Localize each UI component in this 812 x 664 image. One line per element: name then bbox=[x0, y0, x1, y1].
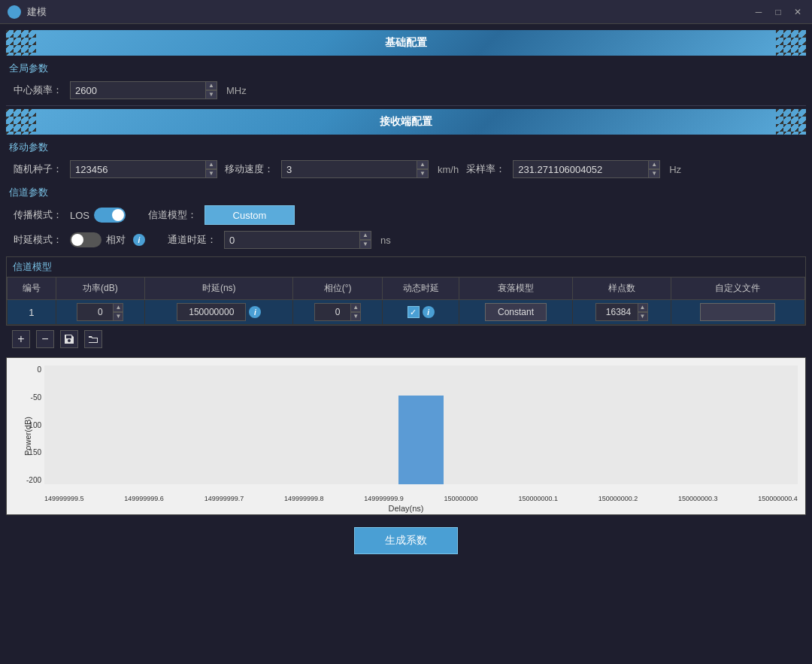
center-freq-unit: MHz bbox=[226, 85, 247, 96]
channel-delay-spinbox[interactable]: 0 bbox=[224, 231, 371, 249]
delay-input[interactable] bbox=[177, 307, 245, 317]
center-freq-input[interactable]: 2600 bbox=[75, 85, 201, 96]
y-label-3: -150 bbox=[26, 448, 41, 456]
cell-custom-file bbox=[671, 300, 804, 325]
delay-toggle-knob bbox=[71, 234, 83, 246]
delay-mode-toggle-container: 相对 bbox=[70, 232, 126, 247]
main-content: 基础配置 全局参数 中心频率： 2600 ▲ ▼ MHz 接收端配置 移动参数 … bbox=[0, 24, 812, 664]
seed-down-arrow[interactable]: ▼ bbox=[205, 169, 217, 178]
minimize-button[interactable]: ─ bbox=[752, 5, 765, 19]
generate-btn-container: 生成系数 bbox=[6, 520, 806, 562]
col-dynamic-delay: 动态时延 bbox=[382, 277, 459, 300]
speed-label: 移动速度： bbox=[225, 162, 274, 176]
sample-count-input[interactable] bbox=[596, 307, 641, 317]
cell-fading-model: Constant bbox=[459, 300, 572, 325]
app-icon bbox=[8, 5, 21, 19]
fading-model-button[interactable]: Constant bbox=[485, 303, 547, 321]
col-power: 功率(dB) bbox=[56, 277, 144, 300]
close-button[interactable]: ✕ bbox=[791, 5, 804, 19]
channel-model-section-title: 信道模型 bbox=[7, 257, 805, 277]
col-custom-file: 自定义文件 bbox=[671, 277, 804, 300]
global-params-row: 中心频率： 2600 ▲ ▼ MHz bbox=[6, 78, 806, 102]
phase-down-arrow[interactable]: ▼ bbox=[350, 312, 361, 321]
sample-count-down-arrow[interactable]: ▼ bbox=[638, 312, 648, 321]
phase-up-arrow[interactable]: ▲ bbox=[350, 303, 361, 312]
speed-up-arrow[interactable]: ▲ bbox=[417, 160, 429, 169]
sample-rate-spinbox[interactable]: 231.271106004052 bbox=[513, 160, 660, 178]
center-freq-up-arrow[interactable]: ▲ bbox=[205, 81, 217, 90]
open-button[interactable] bbox=[84, 330, 102, 348]
x-label-6: 150000000.1 bbox=[518, 495, 558, 502]
table-header-row: 编号 功率(dB) 时延(ns) 相位(°) 动态时延 衰落模型 样点数 自定义… bbox=[8, 277, 805, 300]
speed-arrows: ▲ ▼ bbox=[417, 160, 429, 178]
x-label-3: 149999999.8 bbox=[284, 495, 324, 502]
speed-down-arrow[interactable]: ▼ bbox=[417, 169, 429, 178]
sample-rate-up-arrow[interactable]: ▲ bbox=[648, 160, 660, 169]
delay-spinbox[interactable] bbox=[177, 303, 246, 321]
sample-count-arrows: ▲ ▼ bbox=[638, 303, 648, 321]
save-button[interactable] bbox=[60, 330, 78, 348]
sample-rate-down-arrow[interactable]: ▼ bbox=[648, 169, 660, 178]
center-freq-arrows: ▲ ▼ bbox=[205, 81, 217, 99]
seed-label: 随机种子： bbox=[14, 162, 62, 176]
channel-params-label: 信道参数 bbox=[9, 186, 806, 199]
center-freq-spinbox[interactable]: 2600 bbox=[70, 81, 217, 99]
channel-params-row1: 传播模式： LOS 信道模型： Custom bbox=[6, 202, 806, 228]
seed-input[interactable]: 123456 bbox=[75, 164, 201, 175]
chart-x-axis: 149999999.5 149999999.6 149999999.7 1499… bbox=[44, 495, 798, 502]
propagation-label: 传播模式： bbox=[14, 208, 62, 222]
center-freq-spinbox-wrapper: 2600 ▲ ▼ bbox=[70, 81, 217, 99]
chart-x-title: Delay(ns) bbox=[388, 504, 423, 513]
mobile-params-label: 移动参数 bbox=[9, 141, 806, 154]
col-delay: 时延(ns) bbox=[145, 277, 293, 300]
delay-cell-container: i bbox=[150, 303, 288, 321]
seed-up-arrow[interactable]: ▲ bbox=[205, 160, 217, 169]
speed-spinbox[interactable]: 3 bbox=[281, 160, 429, 178]
propagation-toggle[interactable] bbox=[94, 208, 126, 223]
channel-delay-label: 通道时延： bbox=[168, 233, 217, 247]
table-toolbar: + − bbox=[6, 326, 806, 353]
delay-mode-toggle[interactable] bbox=[70, 232, 102, 247]
channel-model-button[interactable]: Custom bbox=[205, 205, 295, 225]
sample-count-spinbox-wrapper: ▲ ▼ bbox=[595, 303, 648, 321]
sample-rate-arrows: ▲ ▼ bbox=[648, 160, 660, 178]
power-arrows: ▲ ▼ bbox=[113, 303, 123, 321]
cell-power: ▲ ▼ bbox=[56, 300, 144, 325]
col-phase: 相位(°) bbox=[293, 277, 382, 300]
sample-rate-input[interactable]: 231.271106004052 bbox=[518, 164, 644, 175]
channel-delay-arrows: ▲ ▼ bbox=[359, 231, 371, 249]
delay-info-icon[interactable]: i bbox=[249, 306, 261, 318]
add-row-button[interactable]: + bbox=[12, 330, 30, 348]
channel-table: 编号 功率(dB) 时延(ns) 相位(°) 动态时延 衰落模型 样点数 自定义… bbox=[7, 277, 805, 325]
seed-spinbox[interactable]: 123456 bbox=[70, 160, 217, 178]
sample-count-up-arrow[interactable]: ▲ bbox=[638, 303, 648, 312]
channel-delay-input[interactable]: 0 bbox=[229, 235, 356, 246]
col-fading-model: 衰落模型 bbox=[459, 277, 572, 300]
dynamic-delay-cell: ✓ i bbox=[387, 306, 455, 318]
y-label-0: 0 bbox=[37, 365, 41, 374]
power-down-arrow[interactable]: ▼ bbox=[113, 312, 123, 321]
channel-params-row2: 时延模式： 相对 i 通道时延： 0 ▲ ▼ ns bbox=[6, 228, 806, 252]
channel-delay-up-arrow[interactable]: ▲ bbox=[359, 231, 371, 240]
toggle-knob bbox=[112, 209, 124, 221]
propagation-toggle-container: LOS bbox=[70, 208, 126, 223]
remove-row-button[interactable]: − bbox=[36, 330, 54, 348]
channel-delay-down-arrow[interactable]: ▼ bbox=[359, 240, 371, 249]
propagation-value-label: LOS bbox=[70, 210, 89, 221]
y-label-4: -200 bbox=[26, 476, 41, 484]
chart-y-axis: 0 -50 -100 -150 -200 bbox=[7, 365, 44, 484]
dynamic-delay-checkbox[interactable]: ✓ bbox=[408, 306, 420, 318]
chart-container: Power(dB) 0 -50 -100 -150 -200 149999999… bbox=[6, 357, 806, 515]
speed-input[interactable]: 3 bbox=[286, 164, 413, 175]
custom-file-input[interactable] bbox=[700, 303, 775, 321]
x-label-7: 150000000.2 bbox=[598, 495, 638, 502]
maximize-button[interactable]: □ bbox=[771, 5, 785, 19]
dynamic-delay-info-icon[interactable]: i bbox=[423, 306, 435, 318]
delay-mode-info-icon[interactable]: i bbox=[133, 234, 145, 246]
cell-sample-count: ▲ ▼ bbox=[572, 300, 671, 325]
power-up-arrow[interactable]: ▲ bbox=[113, 303, 123, 312]
col-sample-count: 样点数 bbox=[572, 277, 671, 300]
generate-button[interactable]: 生成系数 bbox=[354, 527, 458, 554]
x-label-4: 149999999.9 bbox=[364, 495, 404, 502]
center-freq-down-arrow[interactable]: ▼ bbox=[205, 90, 217, 99]
